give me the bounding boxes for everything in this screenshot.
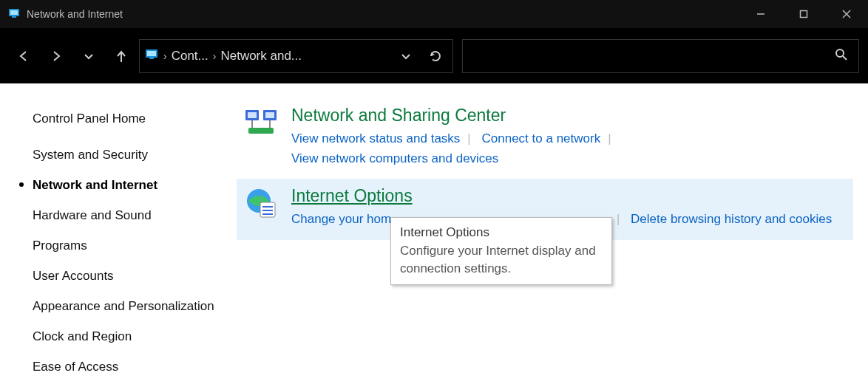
svg-rect-17: [248, 128, 274, 134]
tooltip: Internet Options Configure your Internet…: [390, 217, 612, 285]
link-view-network-status[interactable]: View network status and tasks: [291, 131, 460, 145]
window-title: Network and Internet: [27, 8, 123, 20]
sidebar-item-label: Hardware and Sound: [33, 208, 152, 222]
forward-button[interactable]: [41, 41, 71, 71]
category-title[interactable]: Network and Sharing Center: [291, 106, 846, 126]
recent-dropdown[interactable]: [74, 41, 104, 71]
breadcrumb-dropdown[interactable]: [393, 50, 418, 62]
tooltip-body: Configure your Internet display and conn…: [400, 242, 603, 278]
title-bar: Network and Internet: [0, 0, 868, 28]
sidebar: Control Panel Home System and Security N…: [0, 83, 222, 384]
back-button[interactable]: [9, 41, 38, 71]
svg-rect-9: [147, 51, 156, 56]
svg-rect-1: [10, 10, 18, 15]
internet-options-icon: [244, 186, 278, 220]
search-icon: [835, 48, 848, 64]
sidebar-item-appearance-and-personalization[interactable]: Appearance and Personalization: [18, 292, 222, 322]
link-view-network-computers[interactable]: View network computers and devices: [291, 151, 498, 165]
sidebar-item-programs[interactable]: Programs: [18, 231, 222, 261]
sidebar-item-label: Control Panel Home: [33, 112, 146, 126]
tooltip-title: Internet Options: [400, 224, 603, 242]
category-network-sharing-center: Network and Sharing Center View network …: [237, 98, 853, 179]
folder-icon: [144, 47, 159, 64]
category-links: View network status and tasks| Connect t…: [291, 128, 846, 168]
sidebar-item-user-accounts[interactable]: User Accounts: [18, 261, 222, 292]
address-bar[interactable]: › Cont... › Network and...: [139, 39, 453, 73]
app-icon: [7, 7, 21, 22]
link-delete-browsing-history[interactable]: Delete browsing history and cookies: [631, 212, 832, 226]
svg-rect-2: [12, 16, 16, 18]
link-connect-to-network[interactable]: Connect to a network: [482, 131, 601, 145]
sidebar-item-control-panel-home[interactable]: Control Panel Home: [18, 104, 222, 134]
close-button[interactable]: [825, 0, 868, 28]
sidebar-item-label: Network and Internet: [33, 178, 157, 192]
sidebar-item-clock-and-region[interactable]: Clock and Region: [18, 322, 222, 352]
search-box[interactable]: [462, 39, 859, 73]
link-change-homepage[interactable]: Change your hom: [291, 212, 391, 226]
sidebar-item-label: Ease of Access: [33, 360, 118, 374]
sidebar-item-network-and-internet[interactable]: Network and Internet: [18, 171, 222, 201]
breadcrumb-seg-1[interactable]: Cont...: [172, 49, 208, 64]
svg-rect-4: [801, 11, 807, 18]
chevron-right-icon: ›: [163, 50, 167, 62]
sidebar-item-label: System and Security: [33, 148, 148, 162]
svg-rect-16: [265, 112, 274, 118]
svg-point-11: [836, 49, 844, 57]
svg-line-12: [843, 56, 847, 60]
sidebar-item-label: Programs: [33, 239, 87, 253]
svg-rect-10: [149, 58, 154, 59]
refresh-button[interactable]: [423, 49, 448, 63]
sidebar-item-label: Appearance and Personalization: [33, 299, 214, 313]
sidebar-item-system-and-security[interactable]: System and Security: [18, 140, 222, 171]
category-title[interactable]: Internet Options: [291, 186, 846, 206]
minimize-button[interactable]: [739, 0, 782, 28]
breadcrumb-seg-2[interactable]: Network and...: [220, 49, 302, 64]
network-icon: [244, 106, 278, 140]
chevron-right-icon: ›: [213, 50, 217, 62]
sidebar-item-hardware-and-sound[interactable]: Hardware and Sound: [18, 201, 222, 231]
nav-bar: › Cont... › Network and...: [0, 28, 868, 83]
svg-rect-14: [248, 112, 257, 118]
maximize-button[interactable]: [782, 0, 825, 28]
sidebar-item-label: User Accounts: [33, 269, 114, 283]
sidebar-item-label: Clock and Region: [33, 329, 132, 343]
up-button[interactable]: [106, 41, 136, 71]
sidebar-item-ease-of-access[interactable]: Ease of Access: [18, 352, 222, 383]
